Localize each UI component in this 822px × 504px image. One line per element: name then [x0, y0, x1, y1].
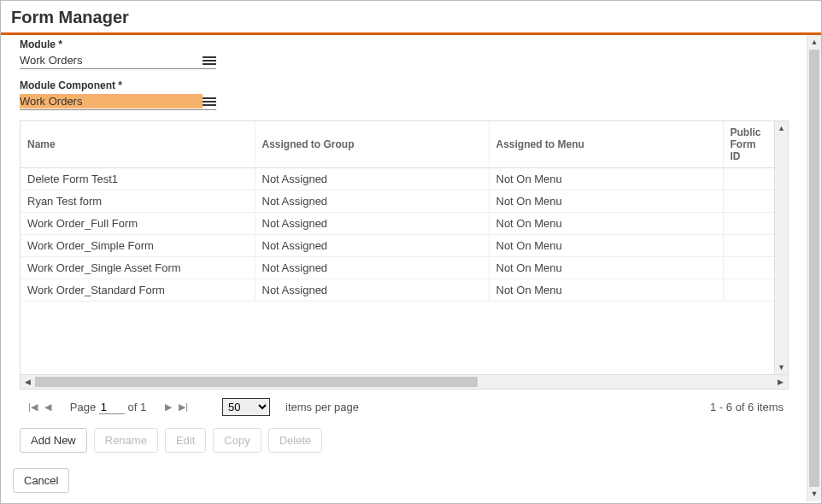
delete-button: Delete — [268, 428, 323, 453]
cell-name: Work Order_Simple Form — [21, 235, 255, 257]
cell-group: Not Assigned — [255, 235, 489, 257]
scroll-down-icon[interactable]: ▼ — [775, 360, 788, 374]
module-component-value[interactable]: Work Orders — [20, 94, 203, 108]
last-page-button[interactable]: ▶| — [175, 401, 191, 413]
cell-menu: Not On Menu — [489, 279, 723, 302]
cell-id — [723, 279, 774, 302]
per-page-label: items per page — [285, 401, 359, 413]
page-input[interactable] — [99, 401, 125, 414]
scroll-right-icon[interactable]: ▶ — [773, 375, 788, 390]
hamburger-icon[interactable] — [203, 56, 216, 66]
table-row[interactable]: Delete Form Test1Not AssignedNot On Menu — [21, 168, 774, 190]
dialog-header: Form Manager — [1, 1, 821, 35]
cell-menu: Not On Menu — [489, 257, 723, 279]
prev-page-button[interactable]: ◀ — [41, 401, 55, 413]
panel-v-scrollbar[interactable]: ▲ ▼ — [807, 35, 821, 501]
forms-table: Name Assigned to Group Assigned to Menu … — [20, 120, 789, 390]
module-field: Module * Work Orders — [20, 38, 216, 69]
col-menu[interactable]: Assigned to Menu — [489, 121, 723, 168]
hamburger-icon[interactable] — [203, 97, 216, 107]
table-row[interactable]: Work Order_Single Asset FormNot Assigned… — [21, 257, 774, 279]
cell-name: Work Order_Full Form — [21, 213, 255, 235]
cell-name: Ryan Test form — [21, 190, 255, 213]
content-area: Module * Work Orders Module Component * … — [1, 35, 807, 501]
scroll-up-icon[interactable]: ▲ — [775, 121, 788, 135]
cell-menu: Not On Menu — [489, 190, 723, 213]
cell-name: Work Order_Single Asset Form — [21, 257, 255, 279]
page-title: Form Manager — [11, 8, 811, 27]
table-row[interactable]: Work Order_Full FormNot AssignedNot On M… — [21, 213, 774, 235]
scroll-left-icon[interactable]: ◀ — [21, 375, 35, 390]
table-header-row: Name Assigned to Group Assigned to Menu … — [21, 121, 774, 168]
page-label: Page — [70, 401, 96, 413]
cell-group: Not Assigned — [255, 213, 489, 235]
cell-menu: Not On Menu — [489, 235, 723, 257]
cell-id — [723, 168, 774, 190]
page-of-label: of 1 — [127, 401, 146, 413]
copy-button: Copy — [213, 428, 261, 453]
v-scroll-thumb[interactable] — [809, 50, 819, 487]
table-v-scrollbar[interactable]: ▲ ▼ — [774, 121, 788, 374]
table-row[interactable]: Work Order_Standard FormNot AssignedNot … — [21, 279, 774, 302]
add-new-button[interactable]: Add New — [20, 428, 87, 453]
module-label: Module * — [20, 38, 216, 50]
page-size-select[interactable]: 50 — [222, 398, 270, 416]
cell-group: Not Assigned — [255, 279, 489, 302]
cell-id — [723, 190, 774, 213]
cell-menu: Not On Menu — [489, 168, 723, 190]
cell-menu: Not On Menu — [489, 213, 723, 235]
scroll-up-icon[interactable]: ▲ — [807, 35, 821, 50]
pager-summary: 1 - 6 of 6 items — [710, 401, 784, 413]
module-component-field: Module Component * Work Orders — [20, 79, 216, 110]
table-h-scrollbar[interactable]: ◀ ▶ — [21, 374, 788, 389]
cell-id — [723, 257, 774, 279]
module-component-label: Module Component * — [20, 79, 216, 91]
col-group[interactable]: Assigned to Group — [255, 121, 489, 168]
cancel-button[interactable]: Cancel — [13, 468, 69, 493]
module-value[interactable]: Work Orders — [20, 53, 203, 67]
first-page-button[interactable]: |◀ — [25, 401, 41, 413]
scroll-down-icon[interactable]: ▼ — [807, 487, 821, 501]
h-scroll-thumb[interactable] — [35, 377, 478, 387]
cell-name: Delete Form Test1 — [21, 168, 255, 190]
table-row[interactable]: Ryan Test formNot AssignedNot On Menu — [21, 190, 774, 213]
table-row[interactable]: Work Order_Simple FormNot AssignedNot On… — [21, 235, 774, 257]
next-page-button[interactable]: ▶ — [161, 401, 175, 413]
pager: |◀ ◀ Page of 1 ▶ ▶| 50 items per page 1 … — [20, 390, 789, 425]
cell-group: Not Assigned — [255, 257, 489, 279]
edit-button: Edit — [165, 428, 206, 453]
col-public-id[interactable]: Public Form ID — [723, 121, 774, 168]
col-name[interactable]: Name — [21, 121, 255, 168]
cell-id — [723, 213, 774, 235]
cell-name: Work Order_Standard Form — [21, 279, 255, 302]
rename-button: Rename — [94, 428, 158, 453]
cell-group: Not Assigned — [255, 168, 489, 190]
dialog-footer: Cancel — [13, 468, 69, 493]
cell-group: Not Assigned — [255, 190, 489, 213]
cell-id — [723, 235, 774, 257]
action-buttons: Add New Rename Edit Copy Delete — [20, 428, 795, 453]
